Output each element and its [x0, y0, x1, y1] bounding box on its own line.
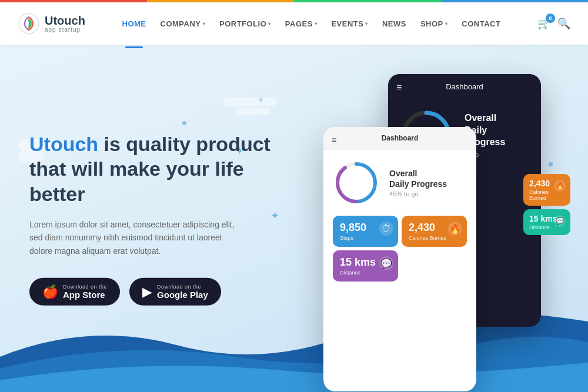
google-play-button[interactable]: ▶ Download on the Google Play [129, 278, 221, 306]
phone-front-body: OverallDaily Progress 45% to go 9,850 St… [323, 150, 476, 291]
logo-sub: app startup [45, 26, 85, 33]
deco-dot-1 [182, 121, 186, 125]
app-store-text: Download on the App Store [63, 284, 107, 300]
steps-icon: ⏱ [379, 222, 393, 236]
deco-cloud-6 [235, 108, 270, 115]
phone-front-header: ≡ Dashboard [323, 127, 476, 150]
distance-label: Distance [340, 270, 391, 276]
cart-button[interactable]: 🛒 0 [537, 17, 550, 30]
progress-section: OverallDaily Progress 45% to go [333, 159, 467, 206]
logo-text: Utouch app startup [45, 15, 85, 33]
front-progress-info: OverallDaily Progress 45% to go [389, 168, 447, 197]
app-store-sub: Download on the [63, 284, 107, 290]
distance-icon: 💬 [379, 256, 393, 270]
phone-front-menu-icon: ≡ [332, 135, 336, 145]
nav-icons: 🛒 0 🔍 [537, 17, 570, 30]
side-calories-icon: 🔥 [554, 180, 566, 192]
phones-wrapper: ≡ Dashboard OverallDaily Progress to go … [288, 68, 570, 374]
play-icon: ▶ [142, 284, 152, 299]
hero-content: Utouch is quality productthat will make … [29, 131, 270, 306]
stat-card-steps: 9,850 Steps ⏱ [333, 216, 398, 247]
app-store-label: App Store [63, 290, 107, 300]
search-button[interactable]: 🔍 [557, 17, 570, 30]
apple-icon: 🍎 [42, 284, 58, 299]
calories-icon: 🔥 [448, 222, 462, 236]
header: Utouch app startup HOME COMPANY ▾ PORTFO… [0, 2, 588, 45]
nav-events[interactable]: EVENTS ▾ [325, 15, 374, 33]
hero-section: ✦ ✦ ✦ ✦ Utouch is quality productthat wi… [0, 45, 588, 392]
google-play-sub: Download on the [157, 284, 208, 290]
stat-card-distance: 15 kms Distance 💬 [333, 250, 398, 282]
side-distance-icon: 💬 [554, 215, 566, 227]
hero-title-highlight: Utouch [29, 132, 98, 155]
hero-description: Lorem ipsum dolor sit amet, consectetuer… [29, 218, 270, 257]
app-store-button[interactable]: 🍎 Download on the App Store [29, 278, 120, 306]
logo[interactable]: Utouch app startup [18, 12, 85, 35]
nav-company[interactable]: COMPANY ▾ [155, 15, 211, 33]
calories-label: Calories Burned [409, 235, 460, 241]
nav-news[interactable]: NEWS [376, 15, 412, 33]
phone-front-title: Dashboard [382, 134, 419, 142]
nav-pages[interactable]: PAGES ▾ [279, 15, 323, 33]
deco-star-2: ✦ [270, 209, 279, 222]
nav-contact[interactable]: CONTACT [456, 15, 506, 33]
nav-shop[interactable]: SHOP ▾ [415, 15, 453, 33]
logo-icon [18, 12, 40, 35]
hero-title: Utouch is quality productthat will make … [29, 131, 270, 206]
side-stat-calories: 2,430 Calories Burned 🔥 [523, 174, 570, 206]
nav-home[interactable]: HOME [116, 15, 152, 33]
main-nav: HOME COMPANY ▾ PORTFOLIO ▾ PAGES ▾ EVENT… [116, 15, 507, 33]
nav-portfolio[interactable]: PORTFOLIO ▾ [213, 15, 277, 33]
deco-cloud-5 [223, 98, 276, 106]
front-progress-sub: 45% to go [389, 190, 447, 197]
side-stats: 2,430 Calories Burned 🔥 15 kms Distance … [523, 174, 570, 235]
phone-back-menu-icon: ≡ [396, 82, 402, 93]
cart-badge: 0 [546, 14, 555, 23]
phone-back-header: ≡ Dashboard [388, 74, 541, 97]
stat-grid: 9,850 Steps ⏱ 2,430 Calories Burned 🔥 15… [333, 216, 467, 282]
side-stat-distance: 15 kms Distance 💬 [523, 209, 570, 235]
stat-card-calories: 2,430 Calories Burned 🔥 [402, 216, 467, 247]
front-progress-label: OverallDaily Progress [389, 168, 447, 189]
logo-name: Utouch [45, 15, 85, 26]
phone-front: ≡ Dashboard OverallDaily Progress 45% to… [323, 127, 476, 391]
google-play-text: Download on the Google Play [157, 284, 208, 300]
front-progress-ring [333, 159, 380, 206]
google-play-label: Google Play [157, 290, 208, 300]
phone-back-title: Dashboard [446, 82, 483, 91]
cta-buttons: 🍎 Download on the App Store ▶ Download o… [29, 278, 270, 306]
steps-label: Steps [340, 235, 391, 241]
